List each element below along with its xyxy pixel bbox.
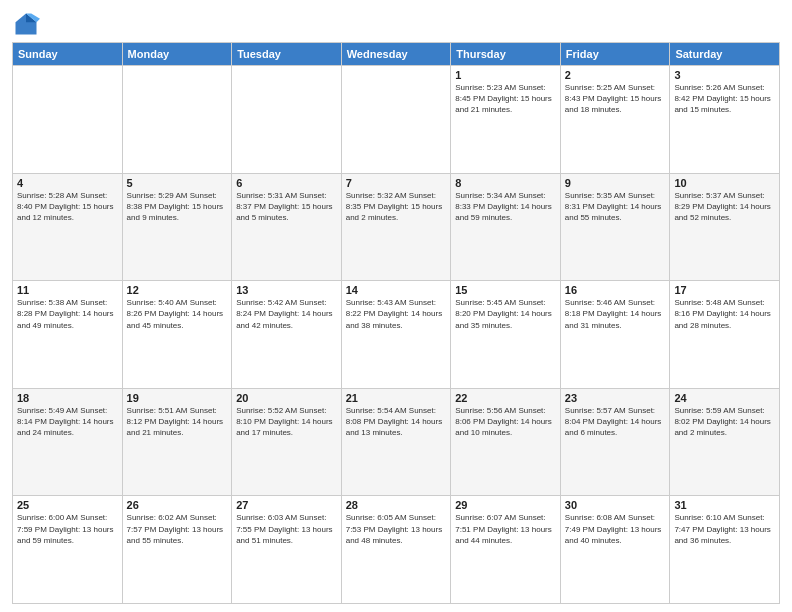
cell-info-text: Sunrise: 5:34 AM Sunset: 8:33 PM Dayligh…	[455, 190, 556, 224]
cell-info-text: Sunrise: 6:00 AM Sunset: 7:59 PM Dayligh…	[17, 512, 118, 546]
cell-info-text: Sunrise: 5:59 AM Sunset: 8:02 PM Dayligh…	[674, 405, 775, 439]
cell-day-number: 31	[674, 499, 775, 511]
calendar-weekday-thursday: Thursday	[451, 43, 561, 66]
calendar-cell: 20Sunrise: 5:52 AM Sunset: 8:10 PM Dayli…	[232, 388, 342, 496]
cell-info-text: Sunrise: 5:25 AM Sunset: 8:43 PM Dayligh…	[565, 82, 666, 116]
logo	[12, 10, 44, 38]
calendar-weekday-sunday: Sunday	[13, 43, 123, 66]
cell-info-text: Sunrise: 5:45 AM Sunset: 8:20 PM Dayligh…	[455, 297, 556, 331]
calendar-weekday-wednesday: Wednesday	[341, 43, 451, 66]
cell-info-text: Sunrise: 6:05 AM Sunset: 7:53 PM Dayligh…	[346, 512, 447, 546]
calendar-cell: 19Sunrise: 5:51 AM Sunset: 8:12 PM Dayli…	[122, 388, 232, 496]
calendar-cell: 1Sunrise: 5:23 AM Sunset: 8:45 PM Daylig…	[451, 66, 561, 174]
cell-day-number: 22	[455, 392, 556, 404]
calendar-cell: 31Sunrise: 6:10 AM Sunset: 7:47 PM Dayli…	[670, 496, 780, 604]
cell-day-number: 9	[565, 177, 666, 189]
cell-info-text: Sunrise: 5:35 AM Sunset: 8:31 PM Dayligh…	[565, 190, 666, 224]
cell-info-text: Sunrise: 5:43 AM Sunset: 8:22 PM Dayligh…	[346, 297, 447, 331]
cell-info-text: Sunrise: 5:26 AM Sunset: 8:42 PM Dayligh…	[674, 82, 775, 116]
cell-day-number: 2	[565, 69, 666, 81]
cell-info-text: Sunrise: 5:38 AM Sunset: 8:28 PM Dayligh…	[17, 297, 118, 331]
cell-info-text: Sunrise: 5:23 AM Sunset: 8:45 PM Dayligh…	[455, 82, 556, 116]
cell-info-text: Sunrise: 6:03 AM Sunset: 7:55 PM Dayligh…	[236, 512, 337, 546]
cell-day-number: 6	[236, 177, 337, 189]
calendar-cell: 4Sunrise: 5:28 AM Sunset: 8:40 PM Daylig…	[13, 173, 123, 281]
calendar-cell: 3Sunrise: 5:26 AM Sunset: 8:42 PM Daylig…	[670, 66, 780, 174]
cell-day-number: 18	[17, 392, 118, 404]
cell-info-text: Sunrise: 5:42 AM Sunset: 8:24 PM Dayligh…	[236, 297, 337, 331]
cell-day-number: 4	[17, 177, 118, 189]
cell-info-text: Sunrise: 5:37 AM Sunset: 8:29 PM Dayligh…	[674, 190, 775, 224]
calendar-cell: 17Sunrise: 5:48 AM Sunset: 8:16 PM Dayli…	[670, 281, 780, 389]
calendar-cell	[122, 66, 232, 174]
calendar-weekday-tuesday: Tuesday	[232, 43, 342, 66]
cell-info-text: Sunrise: 5:29 AM Sunset: 8:38 PM Dayligh…	[127, 190, 228, 224]
calendar-week-row-2: 11Sunrise: 5:38 AM Sunset: 8:28 PM Dayli…	[13, 281, 780, 389]
calendar-cell: 15Sunrise: 5:45 AM Sunset: 8:20 PM Dayli…	[451, 281, 561, 389]
cell-info-text: Sunrise: 5:54 AM Sunset: 8:08 PM Dayligh…	[346, 405, 447, 439]
cell-info-text: Sunrise: 5:32 AM Sunset: 8:35 PM Dayligh…	[346, 190, 447, 224]
cell-day-number: 10	[674, 177, 775, 189]
cell-info-text: Sunrise: 6:02 AM Sunset: 7:57 PM Dayligh…	[127, 512, 228, 546]
cell-day-number: 23	[565, 392, 666, 404]
cell-day-number: 11	[17, 284, 118, 296]
cell-day-number: 25	[17, 499, 118, 511]
calendar-weekday-monday: Monday	[122, 43, 232, 66]
cell-info-text: Sunrise: 5:31 AM Sunset: 8:37 PM Dayligh…	[236, 190, 337, 224]
cell-day-number: 14	[346, 284, 447, 296]
calendar-cell: 12Sunrise: 5:40 AM Sunset: 8:26 PM Dayli…	[122, 281, 232, 389]
calendar-cell: 29Sunrise: 6:07 AM Sunset: 7:51 PM Dayli…	[451, 496, 561, 604]
logo-icon	[12, 10, 40, 38]
cell-day-number: 21	[346, 392, 447, 404]
calendar-week-row-1: 4Sunrise: 5:28 AM Sunset: 8:40 PM Daylig…	[13, 173, 780, 281]
calendar-cell	[13, 66, 123, 174]
calendar-cell: 26Sunrise: 6:02 AM Sunset: 7:57 PM Dayli…	[122, 496, 232, 604]
cell-day-number: 27	[236, 499, 337, 511]
cell-day-number: 24	[674, 392, 775, 404]
cell-info-text: Sunrise: 5:49 AM Sunset: 8:14 PM Dayligh…	[17, 405, 118, 439]
cell-day-number: 3	[674, 69, 775, 81]
calendar-cell: 24Sunrise: 5:59 AM Sunset: 8:02 PM Dayli…	[670, 388, 780, 496]
cell-day-number: 7	[346, 177, 447, 189]
cell-day-number: 30	[565, 499, 666, 511]
calendar-cell: 27Sunrise: 6:03 AM Sunset: 7:55 PM Dayli…	[232, 496, 342, 604]
calendar-cell: 16Sunrise: 5:46 AM Sunset: 8:18 PM Dayli…	[560, 281, 670, 389]
cell-day-number: 1	[455, 69, 556, 81]
cell-info-text: Sunrise: 6:08 AM Sunset: 7:49 PM Dayligh…	[565, 512, 666, 546]
calendar-cell: 25Sunrise: 6:00 AM Sunset: 7:59 PM Dayli…	[13, 496, 123, 604]
calendar-cell: 2Sunrise: 5:25 AM Sunset: 8:43 PM Daylig…	[560, 66, 670, 174]
calendar-cell: 10Sunrise: 5:37 AM Sunset: 8:29 PM Dayli…	[670, 173, 780, 281]
calendar-cell: 28Sunrise: 6:05 AM Sunset: 7:53 PM Dayli…	[341, 496, 451, 604]
calendar-cell: 13Sunrise: 5:42 AM Sunset: 8:24 PM Dayli…	[232, 281, 342, 389]
calendar-cell: 6Sunrise: 5:31 AM Sunset: 8:37 PM Daylig…	[232, 173, 342, 281]
calendar-cell: 5Sunrise: 5:29 AM Sunset: 8:38 PM Daylig…	[122, 173, 232, 281]
calendar-cell: 23Sunrise: 5:57 AM Sunset: 8:04 PM Dayli…	[560, 388, 670, 496]
cell-info-text: Sunrise: 5:51 AM Sunset: 8:12 PM Dayligh…	[127, 405, 228, 439]
calendar-week-row-3: 18Sunrise: 5:49 AM Sunset: 8:14 PM Dayli…	[13, 388, 780, 496]
cell-info-text: Sunrise: 5:46 AM Sunset: 8:18 PM Dayligh…	[565, 297, 666, 331]
cell-day-number: 19	[127, 392, 228, 404]
cell-info-text: Sunrise: 5:28 AM Sunset: 8:40 PM Dayligh…	[17, 190, 118, 224]
calendar-cell: 7Sunrise: 5:32 AM Sunset: 8:35 PM Daylig…	[341, 173, 451, 281]
page: SundayMondayTuesdayWednesdayThursdayFrid…	[0, 0, 792, 612]
cell-info-text: Sunrise: 5:52 AM Sunset: 8:10 PM Dayligh…	[236, 405, 337, 439]
calendar-week-row-4: 25Sunrise: 6:00 AM Sunset: 7:59 PM Dayli…	[13, 496, 780, 604]
cell-info-text: Sunrise: 6:10 AM Sunset: 7:47 PM Dayligh…	[674, 512, 775, 546]
cell-day-number: 5	[127, 177, 228, 189]
calendar-header-row: SundayMondayTuesdayWednesdayThursdayFrid…	[13, 43, 780, 66]
calendar-cell: 22Sunrise: 5:56 AM Sunset: 8:06 PM Dayli…	[451, 388, 561, 496]
cell-day-number: 28	[346, 499, 447, 511]
calendar-cell: 8Sunrise: 5:34 AM Sunset: 8:33 PM Daylig…	[451, 173, 561, 281]
cell-info-text: Sunrise: 5:40 AM Sunset: 8:26 PM Dayligh…	[127, 297, 228, 331]
calendar-cell: 21Sunrise: 5:54 AM Sunset: 8:08 PM Dayli…	[341, 388, 451, 496]
calendar-table: SundayMondayTuesdayWednesdayThursdayFrid…	[12, 42, 780, 604]
cell-info-text: Sunrise: 6:07 AM Sunset: 7:51 PM Dayligh…	[455, 512, 556, 546]
cell-day-number: 20	[236, 392, 337, 404]
calendar-cell: 9Sunrise: 5:35 AM Sunset: 8:31 PM Daylig…	[560, 173, 670, 281]
cell-day-number: 29	[455, 499, 556, 511]
cell-day-number: 16	[565, 284, 666, 296]
calendar-week-row-0: 1Sunrise: 5:23 AM Sunset: 8:45 PM Daylig…	[13, 66, 780, 174]
calendar-weekday-friday: Friday	[560, 43, 670, 66]
header	[12, 10, 780, 38]
cell-info-text: Sunrise: 5:48 AM Sunset: 8:16 PM Dayligh…	[674, 297, 775, 331]
